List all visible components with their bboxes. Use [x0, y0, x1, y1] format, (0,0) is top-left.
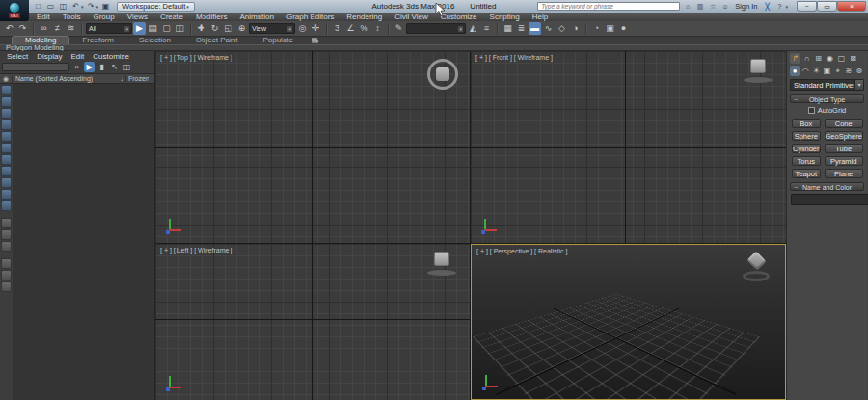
- toggle-layer-explorer-icon[interactable]: ≣: [515, 22, 528, 35]
- clear-search-icon[interactable]: ×: [71, 62, 82, 72]
- sort-by-layer-icon[interactable]: [1, 218, 12, 228]
- filter-helpers-icon[interactable]: [1, 131, 12, 142]
- tab-motion-icon[interactable]: ◉: [825, 53, 835, 64]
- toggle-scene-explorer-icon[interactable]: ▦: [502, 22, 514, 35]
- tube-button[interactable]: Tube: [825, 144, 863, 153]
- spinner-snap-icon[interactable]: ↕: [371, 22, 384, 35]
- menu-create[interactable]: Create: [160, 13, 183, 21]
- menu-scripting[interactable]: Scripting: [490, 13, 520, 21]
- menu-customize[interactable]: Customize: [441, 13, 477, 21]
- category-helpers-icon[interactable]: ⌖: [833, 66, 843, 76]
- render-production-icon[interactable]: ●: [617, 22, 630, 35]
- minimize-button[interactable]: −: [797, 1, 817, 12]
- plane-button[interactable]: Plane: [825, 169, 863, 178]
- cylinder-button[interactable]: Cylinder: [792, 144, 821, 153]
- 3dsmax-logo[interactable]: MAX: [0, 0, 29, 21]
- frozen-column-header[interactable]: Frozen: [125, 75, 154, 82]
- viewcube-face[interactable]: [750, 59, 766, 73]
- name-column-header[interactable]: Name (Sorted Ascending) ▴: [13, 75, 125, 82]
- sign-in-button[interactable]: Sign In: [735, 2, 757, 11]
- pyramid-button[interactable]: Pyramid: [825, 156, 863, 166]
- select-rotate-icon[interactable]: ↻: [208, 22, 221, 35]
- visibility-column-icon[interactable]: ◉: [0, 75, 13, 83]
- explorer-select-mode-icon[interactable]: ▶: [84, 62, 95, 72]
- select-by-name-icon[interactable]: ▤: [147, 22, 159, 35]
- filter-xrefs-icon[interactable]: [1, 166, 12, 176]
- align-icon[interactable]: ≡: [480, 22, 493, 35]
- explorer-menu-edit[interactable]: Edit: [70, 52, 84, 61]
- filter-lights-icon[interactable]: [1, 108, 12, 119]
- help-icon[interactable]: ?: [774, 2, 784, 12]
- object-type-rollout-header[interactable]: − Object Type: [790, 94, 864, 103]
- explorer-menu-select[interactable]: Select: [7, 52, 28, 61]
- select-scale-icon[interactable]: ◱: [222, 22, 234, 35]
- material-editor-icon[interactable]: ◑: [569, 22, 582, 35]
- viewcube-top[interactable]: [427, 59, 458, 90]
- redo-caret-icon[interactable]: ▾: [96, 4, 99, 10]
- workspace-selector[interactable]: Workspace: Default ▾: [117, 2, 195, 12]
- selection-filter-dropdown[interactable]: All▾: [86, 23, 132, 34]
- filter-cameras-icon[interactable]: [1, 120, 12, 130]
- save-file-icon[interactable]: ◫: [58, 1, 68, 12]
- help-caret-icon[interactable]: ▾: [785, 4, 788, 10]
- ribbon-tab-populate[interactable]: Populate: [250, 37, 306, 44]
- viewcube-front[interactable]: [742, 59, 774, 84]
- rendered-frame-icon[interactable]: ▣: [604, 22, 616, 35]
- bind-spacewarp-icon[interactable]: ≋: [65, 22, 77, 35]
- undo-caret-icon[interactable]: ▾: [81, 4, 84, 10]
- exchange-apps-icon[interactable]: ╳: [762, 2, 772, 12]
- viewport-perspective-label[interactable]: [ + ] [ Perspective ] [ Realistic ]: [476, 248, 567, 254]
- filter-containers-icon[interactable]: [1, 189, 12, 200]
- select-manipulate-icon[interactable]: ✛: [310, 22, 322, 35]
- tab-display-icon[interactable]: ▢: [836, 53, 847, 64]
- scene-object-list[interactable]: [13, 84, 154, 400]
- use-pivot-center-icon[interactable]: ◎: [296, 22, 309, 35]
- mirror-icon[interactable]: ◭: [467, 22, 479, 35]
- menu-views[interactable]: Views: [127, 13, 148, 21]
- viewcube-perspective[interactable]: [741, 253, 773, 281]
- category-geometry-icon[interactable]: ●: [790, 66, 800, 76]
- menu-graph-editors[interactable]: Graph Editors: [286, 13, 334, 21]
- menu-animation[interactable]: Animation: [239, 13, 274, 21]
- community-icon[interactable]: ▥: [695, 2, 705, 12]
- named-selection-sets-dropdown[interactable]: ▾: [406, 23, 466, 34]
- menu-modifiers[interactable]: Modifiers: [196, 13, 227, 21]
- menu-rendering[interactable]: Rendering: [346, 13, 382, 21]
- viewcube-cube[interactable]: [746, 251, 766, 270]
- lock-selection-icon[interactable]: ▮: [96, 62, 107, 72]
- viewcube-face[interactable]: [434, 252, 449, 266]
- edit-selection-sets-icon[interactable]: ✎: [393, 22, 405, 35]
- viewport-left-label[interactable]: [ + ] [ Left ] [ Wireframe ]: [160, 247, 232, 253]
- percent-snap-icon[interactable]: %: [358, 22, 370, 35]
- menu-group[interactable]: Group: [93, 13, 114, 21]
- new-file-icon[interactable]: □: [33, 1, 43, 12]
- render-setup-icon[interactable]: ◔: [590, 22, 603, 35]
- filter-bones-icon[interactable]: [1, 177, 12, 188]
- ribbon-tab-object-paint[interactable]: Object Paint: [183, 37, 251, 44]
- undo-icon[interactable]: ↶: [70, 1, 81, 12]
- viewport-perspective-active[interactable]: [ + ] [ Perspective ] [ Realistic ]: [471, 244, 786, 400]
- collapse-all-icon[interactable]: [1, 270, 12, 280]
- ribbon-panel-strip[interactable]: Polygon Modeling: [0, 44, 868, 51]
- menu-civil-view[interactable]: Civil View: [394, 13, 428, 21]
- reference-coordinate-dropdown[interactable]: View▾: [249, 23, 295, 34]
- explorer-menu-customize[interactable]: Customize: [93, 52, 129, 61]
- category-cameras-icon[interactable]: ▣: [822, 66, 831, 76]
- category-shapes-icon[interactable]: ◠: [800, 66, 810, 76]
- viewcube-face[interactable]: [436, 67, 449, 81]
- redo-scene-icon[interactable]: ↷: [16, 22, 29, 35]
- select-move-icon[interactable]: ✚: [195, 22, 207, 35]
- curve-editor-icon[interactable]: ∿: [542, 22, 555, 35]
- rectangular-region-icon[interactable]: ▢: [160, 22, 173, 35]
- project-folder-icon[interactable]: ▣: [100, 1, 111, 12]
- pick-from-scene-icon[interactable]: [1, 281, 12, 292]
- filter-materials-icon[interactable]: [1, 200, 12, 211]
- open-file-icon[interactable]: ▭: [45, 1, 56, 12]
- snap-toggle-3d-icon[interactable]: 3: [331, 22, 343, 35]
- explorer-search-input[interactable]: [2, 63, 69, 71]
- filter-groups-icon[interactable]: [1, 154, 12, 165]
- tab-create-icon[interactable]: ↱: [790, 53, 800, 64]
- viewport-top-label[interactable]: [ + ] [ Top ] [ Wireframe ]: [160, 54, 232, 61]
- viewport-front-label[interactable]: [ + ] [ Front ] [ Wireframe ]: [475, 54, 553, 61]
- autogrid-checkbox[interactable]: [808, 107, 815, 114]
